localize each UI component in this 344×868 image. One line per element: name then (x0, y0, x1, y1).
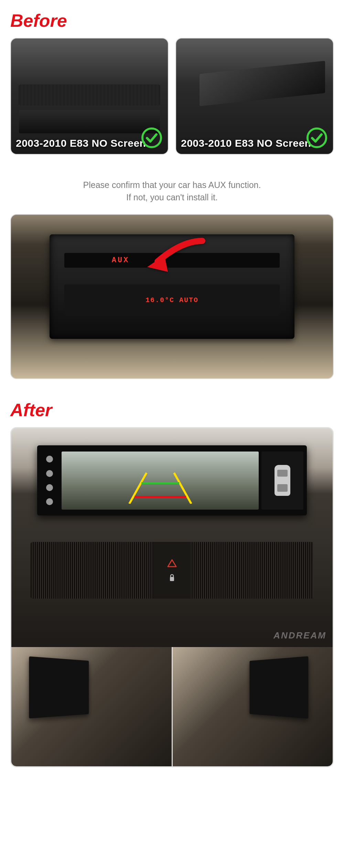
parking-sensor-panel (261, 452, 303, 510)
side-icon (46, 456, 53, 463)
reverse-camera-view (62, 452, 259, 510)
center-button-cluster (153, 542, 191, 599)
before-heading: Before (10, 0, 334, 38)
disclaimer-line-2: If not, you can't install it. (10, 191, 334, 203)
check-icon (141, 127, 162, 148)
dash-vents-graphic (19, 85, 160, 105)
aux-display-text: AUX (112, 256, 130, 265)
side-icon (46, 498, 53, 505)
parking-guidelines-icon (122, 469, 198, 504)
before-card-1: 2003-2010 E83 NO Screen (10, 38, 169, 155)
after-detail-left (11, 647, 172, 766)
aux-photo: AUX 16.0°C AUTO (10, 214, 334, 379)
disclaimer-line-1: Please confirm that your car has AUX fun… (10, 179, 334, 191)
dash-tray-graphic (200, 61, 325, 106)
side-icon (46, 470, 53, 477)
after-main-photo: ANDREAM (10, 427, 334, 647)
after-detail-row (10, 647, 334, 767)
climate-temp-text: 16.0°C AUTO (146, 296, 198, 304)
angled-screen-graphic (250, 656, 308, 719)
svg-rect-2 (170, 577, 174, 581)
svg-point-1 (308, 129, 326, 147)
lock-icon (167, 574, 177, 582)
aux-disclaimer: Please confirm that your car has AUX fun… (10, 155, 334, 214)
hazard-icon (167, 559, 177, 567)
car-outline-icon (275, 465, 290, 496)
screen-side-icons (41, 452, 59, 509)
side-icon (46, 484, 53, 491)
before-card-1-caption: 2003-2010 E83 NO Screen (16, 137, 146, 149)
after-heading: After (10, 379, 334, 427)
svg-point-0 (142, 129, 161, 147)
before-row: 2003-2010 E83 NO Screen 2003-2010 E83 NO… (10, 38, 334, 155)
arrow-icon (133, 237, 209, 279)
climate-panel-graphic: 16.0°C AUTO (64, 285, 280, 316)
dash-radio-graphic (19, 110, 160, 133)
before-card-2: 2003-2010 E83 NO Screen (175, 38, 334, 155)
watermark-text: ANDREAM (273, 630, 326, 641)
installed-screen-graphic (37, 445, 307, 515)
angled-screen-graphic (29, 656, 89, 718)
check-icon (306, 127, 327, 148)
after-detail-right (172, 647, 333, 766)
before-card-2-caption: 2003-2010 E83 NO Screen (181, 137, 311, 149)
